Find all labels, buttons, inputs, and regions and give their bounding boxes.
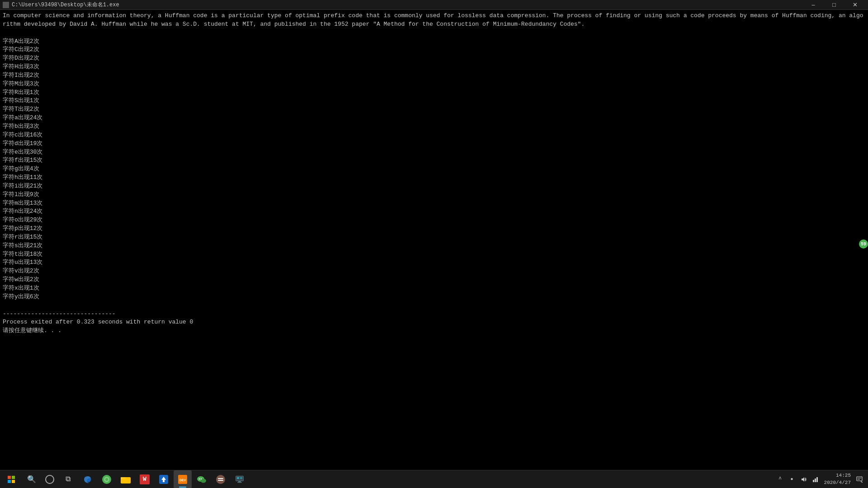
separator-line: -------------------------------- (3, 310, 865, 319)
svg-point-15 (199, 478, 200, 479)
char-count-line: 字符d出现19次 (3, 140, 865, 148)
char-count-line: 字符w出现2次 (3, 276, 865, 284)
minimize-button[interactable]: – (803, 0, 824, 10)
taskbar-app-wechat[interactable] (193, 470, 211, 488)
svg-line-33 (861, 481, 863, 483)
char-count-line: 字符h出现11次 (3, 174, 865, 182)
clock-time: 14:25 (824, 472, 851, 479)
char-count-line: 字符a出现24次 (3, 114, 865, 122)
taskbar-app-wps[interactable]: W (136, 470, 154, 488)
taskbar-app-misc1[interactable] (212, 470, 230, 488)
svg-rect-25 (240, 477, 242, 479)
char-count-line: 字符y出现6次 (3, 293, 865, 301)
maximize-button[interactable]: □ (824, 0, 844, 10)
taskbar-apps-area: W DEV (77, 470, 772, 488)
svg-point-16 (201, 478, 202, 479)
char-count-line: 字符g出现4次 (3, 165, 865, 174)
taskbar-app-explorer[interactable] (117, 470, 135, 488)
svg-rect-29 (816, 477, 818, 482)
char-count-line: 字符c出现16次 (3, 131, 865, 140)
svg-rect-21 (238, 481, 241, 482)
taskbar-app-edge[interactable] (79, 470, 97, 488)
svg-point-6 (105, 478, 108, 481)
char-count-line: 字符C出现2次 (3, 46, 865, 54)
system-tray: ^ ● 14:25 2020/4/27 (772, 470, 868, 488)
char-count-line: 字符l出现9次 (3, 191, 865, 199)
devcc-icon: DEV (178, 474, 188, 484)
folder-icon (121, 474, 131, 484)
svg-rect-19 (218, 480, 223, 481)
edge-icon (83, 474, 93, 484)
title-bar-left: C:\Users\93498\Desktop\未命名1.exe (3, 1, 119, 9)
taskbar-app-360[interactable] (98, 470, 116, 488)
svg-rect-30 (857, 477, 862, 481)
close-button[interactable]: ✕ (844, 0, 865, 10)
taskbar-app-devcc[interactable]: DEV (174, 470, 192, 488)
taskbar-search-button[interactable]: 🔍 (23, 470, 41, 488)
svg-rect-27 (813, 480, 814, 482)
svg-rect-0 (3, 2, 5, 5)
char-count-line: 字符s出现21次 (3, 242, 865, 250)
char-count-line: 字符D出现2次 (3, 54, 865, 63)
char-count-line: 字符T出现2次 (3, 105, 865, 114)
char-count-line: 字符t出现18次 (3, 250, 865, 259)
screen-icon (235, 474, 245, 484)
wps-icon: W (140, 474, 150, 484)
char-count-line: 字符u出现13次 (3, 258, 865, 267)
arrow-down-icon (159, 474, 169, 484)
app-icon (3, 2, 9, 8)
console-output: In computer science and information theo… (0, 10, 868, 470)
char-count-line: 字符p出现12次 (3, 225, 865, 233)
char-count-line: 字符I出现2次 (3, 71, 865, 80)
wechat-icon (197, 474, 207, 484)
svg-marker-26 (802, 477, 804, 482)
intro-paragraph: In computer science and information theo… (3, 12, 865, 29)
char-count-line: 字符x出现1次 (3, 284, 865, 293)
side-notification-badge: 59 (859, 239, 868, 249)
cortana-button[interactable] (41, 470, 59, 488)
windows-logo-icon (8, 476, 15, 483)
window-controls: – □ ✕ (803, 0, 865, 10)
task-view-icon: ⧉ (66, 475, 71, 483)
taskbar-app-screen[interactable] (231, 470, 249, 488)
svg-point-17 (216, 475, 225, 484)
char-count-line: 字符R出现1次 (3, 89, 865, 97)
title-text: C:\Users\93498\Desktop\未命名1.exe (12, 1, 119, 9)
char-count-line: 字符H出现3次 (3, 63, 865, 71)
tray-overflow-icon[interactable]: ^ (775, 474, 785, 484)
clock-date: 2020/4/27 (824, 479, 851, 486)
svg-rect-1 (6, 2, 9, 5)
task-view-button[interactable]: ⧉ (59, 470, 77, 488)
search-icon: 🔍 (27, 474, 37, 484)
tray-network-icon[interactable] (811, 474, 821, 484)
char-count-line: 字符e出现30次 (3, 148, 865, 157)
title-bar: C:\Users\93498\Desktop\未命名1.exe – □ ✕ (0, 0, 868, 10)
char-count-line: 字符r出现15次 (3, 233, 865, 242)
svg-text:DEV: DEV (179, 479, 186, 482)
cortana-icon (45, 475, 54, 484)
char-count-line: 字符A出现2次 (3, 38, 865, 46)
press-key-text: 请按任意键继续. . . (3, 327, 865, 335)
char-count-line: 字符i出现21次 (3, 182, 865, 191)
360-icon (102, 474, 112, 484)
notification-center-button[interactable] (854, 474, 864, 484)
svg-rect-28 (815, 479, 816, 482)
char-count-line: 字符M出现3次 (3, 80, 865, 89)
taskbar-app-arrow[interactable] (155, 470, 173, 488)
tray-speaker-icon[interactable] (799, 474, 809, 484)
svg-rect-18 (218, 478, 223, 479)
char-count-line: 字符o出现29次 (3, 216, 865, 225)
svg-rect-2 (3, 5, 5, 8)
char-count-line: 字符n出现24次 (3, 207, 865, 216)
char-count-line: 字符v出现2次 (3, 267, 865, 276)
char-counts-list: 字符A出现2次字符C出现2次字符D出现2次字符H出现3次字符I出现2次字符M出现… (3, 38, 865, 301)
svg-rect-3 (6, 5, 9, 8)
process-exit-text: Process exited after 0.323 seconds with … (3, 318, 865, 327)
svg-rect-24 (237, 477, 239, 479)
start-button[interactable] (0, 470, 23, 488)
misc1-icon (216, 474, 226, 484)
char-count-line: 字符f出现15次 (3, 156, 865, 165)
char-count-line: 字符m出现13次 (3, 199, 865, 208)
taskbar-clock[interactable]: 14:25 2020/4/27 (822, 472, 853, 486)
char-count-line: 字符S出现1次 (3, 97, 865, 105)
